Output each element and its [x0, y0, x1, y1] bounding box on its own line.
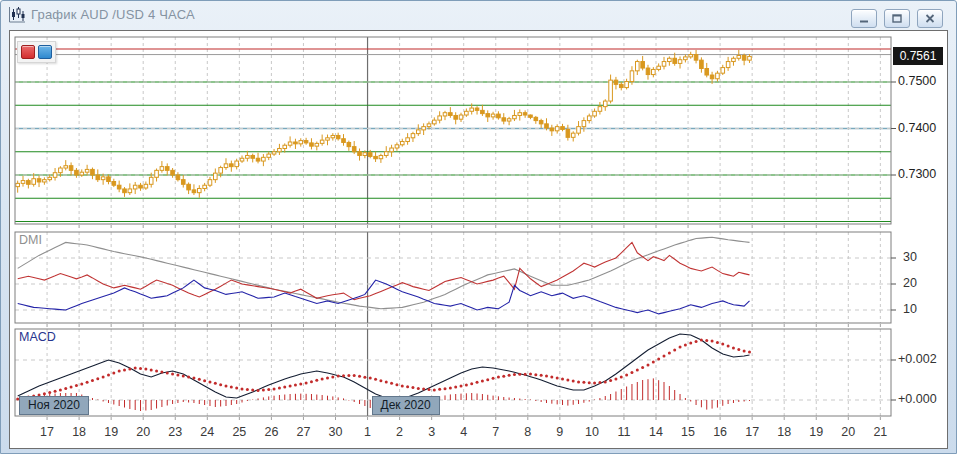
day-label: 19	[803, 425, 829, 439]
day-label: 4	[451, 425, 477, 439]
macd-axis-label: +0.002	[898, 352, 937, 366]
dmi-plot-area[interactable]	[15, 232, 891, 323]
day-label: 26	[258, 425, 284, 439]
main-plot-area[interactable]	[15, 37, 891, 224]
dmi-axis-label: 20	[903, 276, 917, 290]
day-label: 14	[643, 425, 669, 439]
day-label: 9	[547, 425, 573, 439]
dmi-axis-label: 30	[903, 250, 917, 264]
day-label: 8	[515, 425, 541, 439]
dmi-axis-label: 10	[903, 302, 917, 316]
day-label: 21	[867, 425, 893, 439]
day-label: 23	[162, 425, 188, 439]
day-label: 7	[483, 425, 509, 439]
day-label: 18	[771, 425, 797, 439]
current-price-badge: 0.7561	[893, 47, 943, 65]
day-label: 24	[194, 425, 220, 439]
price-axis-label: 0.7300	[898, 167, 936, 181]
day-label: 2	[387, 425, 413, 439]
day-label: 20	[835, 425, 861, 439]
day-label: 10	[579, 425, 605, 439]
chart-window: График AUD /USD 4 ЧАСА 0.75000.74000.730…	[0, 0, 957, 454]
day-label: 16	[707, 425, 733, 439]
day-label: 30	[323, 425, 349, 439]
macd-plot-area[interactable]	[15, 329, 891, 416]
day-label: 15	[675, 425, 701, 439]
day-label: 25	[226, 425, 252, 439]
day-label: 1	[355, 425, 381, 439]
day-label: 20	[130, 425, 156, 439]
day-label: 19	[98, 425, 124, 439]
day-label: 11	[611, 425, 637, 439]
price-axis-label: 0.7500	[898, 74, 936, 88]
day-label: 17	[34, 425, 60, 439]
chart-root: 0.75000.74000.7300302010+0.002+0.0001718…	[1, 1, 957, 454]
day-label: 18	[66, 425, 92, 439]
macd-axis-label: +0.000	[898, 392, 937, 406]
day-label: 27	[290, 425, 316, 439]
price-axis-label: 0.7400	[898, 121, 936, 135]
day-label: 3	[419, 425, 445, 439]
day-label: 17	[739, 425, 765, 439]
